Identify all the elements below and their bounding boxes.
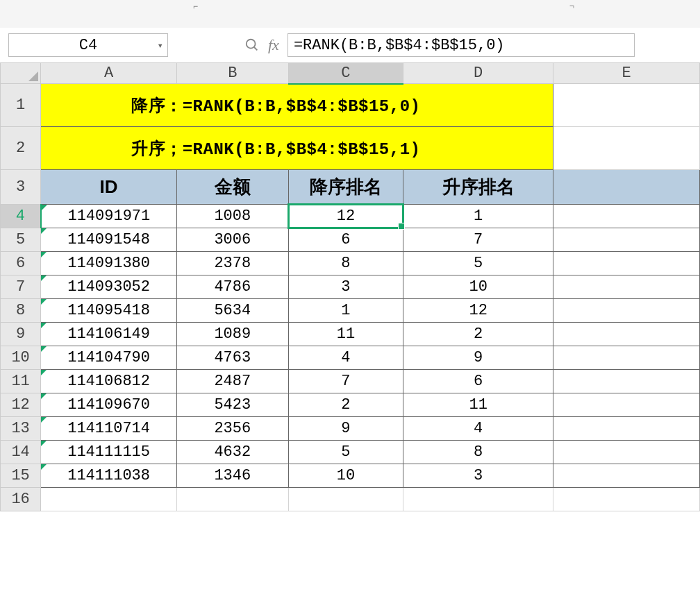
cell-D14[interactable]: 8 xyxy=(403,441,553,464)
cell-A11[interactable]: 114106812 xyxy=(41,370,177,393)
cell-B12[interactable]: 5423 xyxy=(176,393,288,417)
cell-C15[interactable]: 10 xyxy=(288,464,403,488)
header-asc-rank[interactable]: 升序排名 xyxy=(403,170,553,205)
cell-B11[interactable]: 2487 xyxy=(176,370,288,393)
cell-D16[interactable] xyxy=(403,488,553,511)
cell-B14[interactable]: 4632 xyxy=(176,441,288,464)
cell-A6[interactable]: 114091380 xyxy=(41,252,177,275)
cell-E3[interactable] xyxy=(553,170,700,205)
formula-input[interactable]: =RANK(B:B,$B$4:$B$15,0) xyxy=(288,33,635,57)
cell-D15[interactable]: 3 xyxy=(403,464,553,488)
cell-C10[interactable]: 4 xyxy=(288,346,403,370)
row-header-7[interactable]: 7 xyxy=(1,275,41,299)
cell-E10[interactable] xyxy=(553,346,700,370)
row-header-13[interactable]: 13 xyxy=(1,417,41,441)
cell-E7[interactable] xyxy=(553,275,700,299)
cell-A16[interactable] xyxy=(41,488,177,511)
cell-C5[interactable]: 6 xyxy=(288,228,403,252)
cell-E15[interactable] xyxy=(553,464,700,488)
header-amount[interactable]: 金额 xyxy=(176,170,288,205)
cell-A5[interactable]: 114091548 xyxy=(41,228,177,252)
cell-B8[interactable]: 5634 xyxy=(176,299,288,323)
cell-C4[interactable]: 12 xyxy=(288,205,403,228)
cell-A13[interactable]: 114110714 xyxy=(41,417,177,441)
cell-D13[interactable]: 4 xyxy=(403,417,553,441)
cell-B6[interactable]: 2378 xyxy=(176,252,288,275)
col-header-B[interactable]: B xyxy=(176,63,288,84)
row-header-2[interactable]: 2 xyxy=(1,127,41,170)
fx-label[interactable]: fx xyxy=(268,36,279,54)
cell-C13[interactable]: 9 xyxy=(288,417,403,441)
cell-B7[interactable]: 4786 xyxy=(176,275,288,299)
cell-B10[interactable]: 4763 xyxy=(176,346,288,370)
cell-E14[interactable] xyxy=(553,441,700,464)
cell-A14[interactable]: 114111115 xyxy=(41,441,177,464)
cell-E8[interactable] xyxy=(553,299,700,323)
cell-B4[interactable]: 1008 xyxy=(176,205,288,228)
cell-E11[interactable] xyxy=(553,370,700,393)
cell-A4[interactable]: 114091971 xyxy=(41,205,177,228)
col-header-E[interactable]: E xyxy=(553,63,700,84)
cell-B13[interactable]: 2356 xyxy=(176,417,288,441)
cell-D7[interactable]: 10 xyxy=(403,275,553,299)
row-header-9[interactable]: 9 xyxy=(1,323,41,346)
cell-A15[interactable]: 114111038 xyxy=(41,464,177,488)
row-header-5[interactable]: 5 xyxy=(1,228,41,252)
cell-C6[interactable]: 8 xyxy=(288,252,403,275)
cell-C16[interactable] xyxy=(288,488,403,511)
cell-D6[interactable]: 5 xyxy=(403,252,553,275)
cell-B15[interactable]: 1346 xyxy=(176,464,288,488)
row-header-1[interactable]: 1 xyxy=(1,84,41,127)
select-all-corner[interactable] xyxy=(1,63,41,84)
cell-D4[interactable]: 1 xyxy=(403,205,553,228)
cell-E16[interactable] xyxy=(553,488,700,511)
cell-D9[interactable]: 2 xyxy=(403,323,553,346)
row-header-11[interactable]: 11 xyxy=(1,370,41,393)
col-header-A[interactable]: A xyxy=(41,63,177,84)
row-header-15[interactable]: 15 xyxy=(1,464,41,488)
cell-B5[interactable]: 3006 xyxy=(176,228,288,252)
row-header-14[interactable]: 14 xyxy=(1,441,41,464)
cell-C12[interactable]: 2 xyxy=(288,393,403,417)
cell-E13[interactable] xyxy=(553,417,700,441)
cell-D10[interactable]: 9 xyxy=(403,346,553,370)
cell-C7[interactable]: 3 xyxy=(288,275,403,299)
cell-D8[interactable]: 12 xyxy=(403,299,553,323)
cell-E1[interactable] xyxy=(553,84,700,127)
cell-E12[interactable] xyxy=(553,393,700,417)
row-header-3[interactable]: 3 xyxy=(1,170,41,205)
cell-C8[interactable]: 1 xyxy=(288,299,403,323)
formula-note-asc[interactable]: 升序；=RANK(B:B,$B$4:$B$15,1) xyxy=(41,127,553,170)
cell-D12[interactable]: 11 xyxy=(403,393,553,417)
row-header-4[interactable]: 4 xyxy=(1,205,41,228)
cell-E5[interactable] xyxy=(553,228,700,252)
cell-A7[interactable]: 114093052 xyxy=(41,275,177,299)
chevron-down-icon[interactable]: ▾ xyxy=(158,40,163,51)
cell-A10[interactable]: 114104790 xyxy=(41,346,177,370)
active-cell[interactable]: 12 xyxy=(288,203,405,229)
cell-D5[interactable]: 7 xyxy=(403,228,553,252)
cell-A8[interactable]: 114095418 xyxy=(41,299,177,323)
row-header-6[interactable]: 6 xyxy=(1,252,41,275)
cell-A12[interactable]: 114109670 xyxy=(41,393,177,417)
cell-A9[interactable]: 114106149 xyxy=(41,323,177,346)
cell-E4[interactable] xyxy=(553,205,700,228)
header-id[interactable]: ID xyxy=(41,170,177,205)
row-header-12[interactable]: 12 xyxy=(1,393,41,417)
cell-B16[interactable] xyxy=(176,488,288,511)
cell-C11[interactable]: 7 xyxy=(288,370,403,393)
row-header-16[interactable]: 16 xyxy=(1,488,41,511)
cell-E9[interactable] xyxy=(553,323,700,346)
cell-E6[interactable] xyxy=(553,252,700,275)
header-desc-rank[interactable]: 降序排名 xyxy=(288,170,403,205)
formula-note-desc[interactable]: 降序：=RANK(B:B,$B$4:$B$15,0) xyxy=(41,84,553,127)
row-header-10[interactable]: 10 xyxy=(1,346,41,370)
col-header-D[interactable]: D xyxy=(403,63,553,84)
cell-B9[interactable]: 1089 xyxy=(176,323,288,346)
spreadsheet-grid[interactable]: A B C D E 1 降序：=RANK(B:B,$B$4:$B$15,0) 2… xyxy=(0,62,700,511)
search-icon[interactable] xyxy=(244,37,260,53)
cell-C9[interactable]: 11 xyxy=(288,323,403,346)
row-header-8[interactable]: 8 xyxy=(1,299,41,323)
cell-D11[interactable]: 6 xyxy=(403,370,553,393)
cell-C14[interactable]: 5 xyxy=(288,441,403,464)
